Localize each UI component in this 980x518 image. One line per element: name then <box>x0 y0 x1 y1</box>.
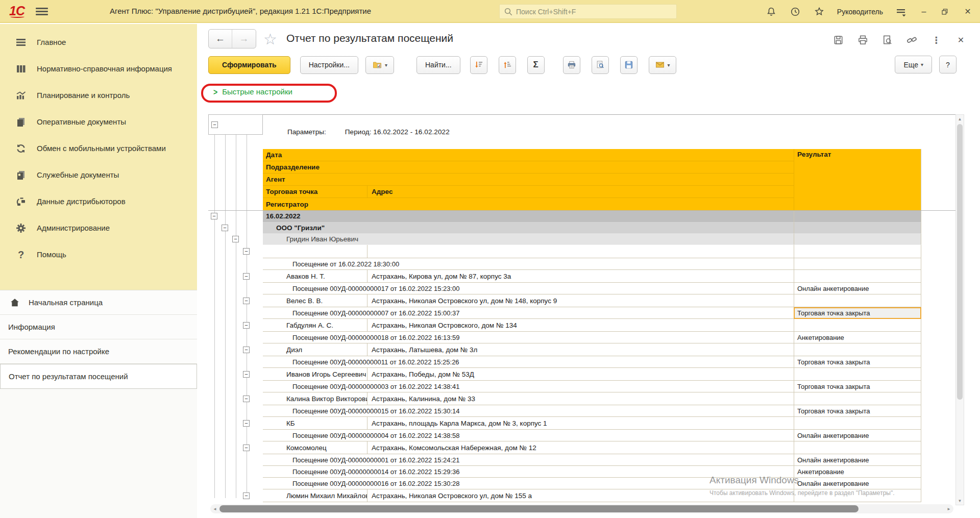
outlet-address-cell[interactable]: Астрахань, Николая Островского, дом № 13… <box>367 319 794 332</box>
sidebar-item-mobile-exchange[interactable]: Обмен с мобильными устройствами <box>0 135 197 162</box>
result-cell[interactable] <box>794 294 921 307</box>
scroll-up-arrow[interactable]: ▲ <box>956 115 964 123</box>
visit-cell[interactable]: Посещение 00УД-00000000004 от 16.02.2022… <box>263 430 794 441</box>
visit-cell[interactable]: Посещение от 16.02.2022 18:30:00 <box>263 258 794 270</box>
minimize-button[interactable]: – <box>919 7 929 16</box>
result-cell[interactable]: Торговая точка закрыта <box>794 356 921 368</box>
collapse-toggle[interactable]: − <box>243 492 250 499</box>
outlet-address-cell[interactable]: Астрахань, Николая Островского ул, дом №… <box>367 294 794 307</box>
quick-settings-link[interactable]: > Быстрые настройки <box>213 87 292 96</box>
result-cell[interactable]: Онлайн анкетирование <box>794 454 921 466</box>
scroll-down-arrow[interactable]: ▼ <box>956 497 964 505</box>
result-cell[interactable]: Анкетирование <box>794 466 921 478</box>
outlet-address-cell[interactable]: Астрахань, Комсомольская Набережная, дом… <box>367 441 794 454</box>
outlet-name-cell[interactable]: Комсомолец <box>263 441 367 454</box>
result-cell[interactable] <box>794 270 921 283</box>
result-cell[interactable] <box>794 368 921 381</box>
sidebar-item-home[interactable]: Начальная страница <box>0 290 197 315</box>
favorites-star-icon[interactable] <box>813 6 825 18</box>
result-cell[interactable] <box>794 392 921 405</box>
result-cell[interactable] <box>794 441 921 454</box>
help-button[interactable]: ? <box>939 56 957 73</box>
sidebar-item-administration[interactable]: Администрирование <box>0 215 197 241</box>
close-window-button[interactable]: ✕ <box>963 7 973 16</box>
sidebar-item-reference-info[interactable]: Нормативно-справочная информация <box>0 56 197 82</box>
result-cell[interactable] <box>794 343 921 356</box>
outlet-name-cell[interactable]: Иванов Игорь Сергеевич <box>263 368 367 381</box>
forward-button[interactable]: → <box>232 30 256 48</box>
result-cell[interactable] <box>794 417 921 430</box>
more-actions-kebab-icon[interactable]: ⋮ <box>930 34 942 46</box>
group-result-cell[interactable] <box>794 210 921 223</box>
collapse-toggle[interactable]: − <box>243 396 250 402</box>
send-mail-button[interactable]: ▾ <box>649 56 676 74</box>
group-result-cell[interactable] <box>794 223 921 234</box>
visit-cell[interactable]: Посещение 00УД-00000000014 от 16.02.2022… <box>263 466 794 478</box>
outlet-name-cell[interactable]: Велес В. В. <box>263 294 367 307</box>
global-search[interactable] <box>499 4 677 19</box>
collapse-toggle[interactable]: − <box>243 248 250 255</box>
link-icon[interactable] <box>906 34 918 46</box>
group-cell[interactable]: Гридин Иван Юрьевич <box>263 234 794 245</box>
scroll-right-arrow[interactable]: ► <box>944 507 953 511</box>
save-result-button[interactable] <box>620 56 638 74</box>
restore-button[interactable] <box>941 8 951 16</box>
header-outlet-address[interactable]: Торговая точка Адрес <box>263 186 794 198</box>
result-cell[interactable] <box>794 489 921 502</box>
collapse-toggle[interactable]: − <box>243 347 250 353</box>
history-icon[interactable] <box>789 6 801 18</box>
visit-cell[interactable]: Посещение 00УД-00000000018 от 16.02.2022… <box>263 332 794 343</box>
more-button[interactable]: Еще▾ <box>895 56 932 73</box>
outlet-address-cell[interactable]: Астрахань, площадь Карла Маркса, дом № 3… <box>367 417 794 430</box>
totals-button[interactable]: Σ <box>527 56 545 74</box>
collapse-toggle[interactable]: − <box>243 298 250 304</box>
outlet-name-cell[interactable]: Аваков Н. Т. <box>263 270 367 283</box>
empty-cell[interactable] <box>367 245 794 258</box>
collapse-toggle[interactable]: − <box>211 213 217 219</box>
back-button[interactable]: ← <box>209 30 232 48</box>
result-cell[interactable]: Торговая точка закрыта <box>794 307 921 319</box>
outlet-address-cell[interactable]: Астрахань, Латышева, дом № 3л <box>367 343 794 356</box>
outlet-name-cell[interactable]: Габдулян А. С. <box>263 319 367 332</box>
visit-cell[interactable]: Посещение 00УД-00000000003 от 16.02.2022… <box>263 381 794 392</box>
header-agent[interactable]: Агент <box>263 174 794 186</box>
vertical-scrollbar[interactable]: ▲ ▼ <box>955 114 964 505</box>
collapse-toggle[interactable]: − <box>243 420 250 427</box>
visit-cell[interactable]: Посещение 00УД-00000000016 от 16.02.2022… <box>263 478 794 489</box>
sidebar-item-setup-recommendations[interactable]: Рекомендации по настройке <box>0 339 197 364</box>
result-cell[interactable]: Анкетирование <box>794 332 921 343</box>
outlet-address-cell[interactable]: Астрахань, Победы, дом № 53Д <box>367 368 794 381</box>
notifications-bell-icon[interactable] <box>765 6 777 18</box>
outlet-name-cell[interactable]: Калина Виктор Викторович <box>263 392 367 405</box>
sidebar-item-distributor-data[interactable]: Данные дистрибьюторов <box>0 188 197 215</box>
visit-cell[interactable]: Посещение 00УД-00000000017 от 16.02.2022… <box>263 283 794 294</box>
result-cell[interactable]: Торговая точка закрыта <box>794 381 921 392</box>
close-report-icon[interactable]: ✕ <box>955 34 967 46</box>
sidebar-item-service-documents[interactable]: Служебные документы <box>0 162 197 188</box>
collapse-toggle[interactable]: − <box>222 225 228 231</box>
visit-cell[interactable]: Посещение 00УД-00000000007 от 16.02.2022… <box>263 307 794 319</box>
visit-cell[interactable]: Посещение 00УД-00000000001 от 16.02.2022… <box>263 454 794 466</box>
result-cell[interactable] <box>794 258 921 270</box>
group-result-cell[interactable] <box>794 234 921 245</box>
print-preview-button[interactable] <box>592 56 609 74</box>
header-result[interactable]: Результат <box>794 149 921 210</box>
outlet-address-cell[interactable]: Астрахань, Николая Островского ул, дом №… <box>367 489 794 502</box>
vertical-scroll-thumb[interactable] <box>957 124 963 400</box>
preview-icon[interactable] <box>881 34 893 46</box>
sidebar-item-information[interactable]: Информация <box>0 315 197 339</box>
outlet-name-cell[interactable]: КБ <box>263 417 367 430</box>
collapse-all-toggle[interactable]: − <box>211 121 218 128</box>
current-user[interactable]: Руководитель <box>837 8 883 16</box>
expand-groups-button[interactable] <box>499 56 516 74</box>
sidebar-item-operational-documents[interactable]: Оперативные документы <box>0 109 197 135</box>
group-cell[interactable]: 16.02.2022 <box>263 210 794 223</box>
search-input[interactable] <box>516 8 672 16</box>
sidebar-item-help[interactable]: ? Помощь <box>0 241 197 268</box>
visit-cell[interactable]: Посещение 00УД-00000000015 от 16.02.2022… <box>263 405 794 417</box>
horizontal-scrollbar[interactable]: ◄ ► <box>210 504 953 513</box>
generate-button[interactable]: Сформировать <box>208 56 290 74</box>
user-menu-icon[interactable] <box>895 6 907 18</box>
collapse-toggle[interactable]: − <box>243 445 250 451</box>
collapse-toggle[interactable]: − <box>243 273 250 280</box>
